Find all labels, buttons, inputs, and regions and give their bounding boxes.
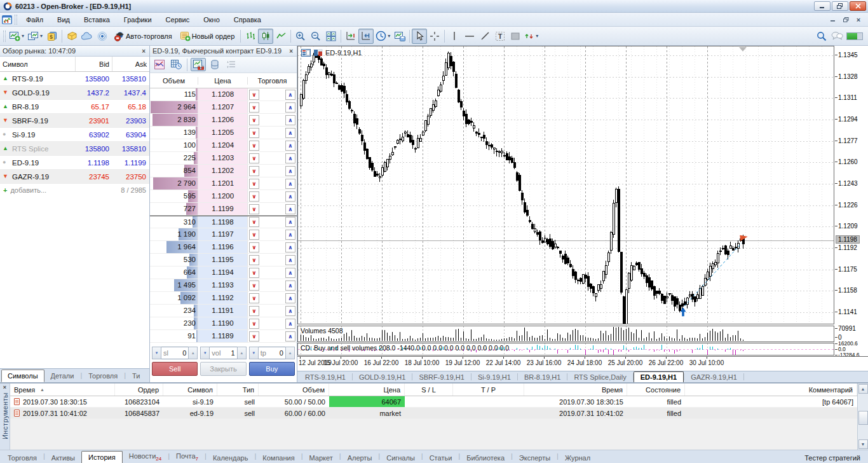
buy-at-price-button[interactable]: ∧: [285, 268, 295, 278]
dom-ask-row[interactable]: 1391.1205∨∧: [150, 127, 297, 139]
history-row[interactable]: 2019.07.30 18:30:15106823104si-9.19sell5…: [10, 396, 857, 408]
dom-ask-row[interactable]: 2 8391.1206∨∧: [150, 114, 297, 127]
cursor-tool-button[interactable]: [412, 29, 427, 44]
line-chart-type-button[interactable]: [273, 29, 288, 44]
dom-requests-icon[interactable]: [224, 58, 239, 71]
sell-at-price-button[interactable]: ∨: [249, 230, 259, 240]
tp-stepper[interactable]: ▾tp0▴: [249, 347, 295, 359]
toolbox-tab-почта[interactable]: Почта7: [170, 450, 205, 463]
history-row[interactable]: 2019.07.31 10:41:02106845837ed-9.19sell6…: [10, 408, 857, 419]
dom-ask-row[interactable]: 5951.1200∨∧: [150, 190, 297, 203]
shapes-tool-button[interactable]: [508, 29, 523, 44]
chart-tab[interactable]: GOLD-9.19,H1: [353, 371, 412, 382]
crosshair-tool-button[interactable]: [427, 29, 442, 44]
dom-bid-row[interactable]: 1 9641.1196∨∧: [150, 241, 297, 254]
scroll-up-icon[interactable]: ▲: [858, 384, 868, 394]
toolbox-tab-история[interactable]: История: [81, 451, 123, 463]
buy-at-price-button[interactable]: ∧: [285, 204, 295, 214]
chart-shift-button[interactable]: [358, 29, 374, 44]
sell-at-price-button[interactable]: ∨: [249, 166, 259, 176]
dom-bid-row[interactable]: 6641.1194∨∧: [150, 266, 297, 279]
cloud-button[interactable]: [79, 29, 95, 44]
depth-of-market-icon[interactable]: [313, 49, 323, 57]
volumes-pane[interactable]: Volumes 4508: [297, 326, 834, 342]
close-icon[interactable]: ×: [288, 48, 294, 55]
close-button[interactable]: [850, 1, 866, 11]
price-axis[interactable]: 1.13451.13281.13111.12941.12771.12601.12…: [835, 46, 868, 324]
chart-tab[interactable]: GAZR-9.19,H1: [684, 371, 743, 382]
toolbox-scrollbar[interactable]: ▲ ▼: [857, 384, 868, 450]
decrement-icon[interactable]: ▾: [152, 347, 161, 359]
market-watch-row[interactable]: ▼SBRF-9.192390123903: [0, 114, 149, 128]
decrement-icon[interactable]: ▾: [249, 347, 259, 359]
toolbox-tab-журнал[interactable]: Журнал: [559, 452, 597, 463]
toolbox-tab-статьи[interactable]: Статьи: [423, 452, 459, 463]
time-axis[interactable]: 12 Jul 201915 Jul 20:0016 Jul 22:0018 Ju…: [297, 356, 868, 370]
dom-ask-row[interactable]: 2 9641.1207∨∧: [150, 101, 297, 114]
sl-stepper[interactable]: ▾sl0▴: [152, 347, 198, 359]
zoom-in-button[interactable]: [293, 29, 308, 44]
sell-at-price-button[interactable]: ∨: [249, 141, 259, 151]
dom-bid-row[interactable]: 1 0921.1192∨∧: [150, 292, 297, 305]
market-watch-row[interactable]: ▲BR-8.1965.1765.18: [0, 100, 149, 114]
history-column-sl[interactable]: S / L: [405, 384, 453, 396]
toolbox-tab-календарь[interactable]: Календарь: [207, 452, 255, 463]
buy-at-price-button[interactable]: ∧: [285, 179, 295, 189]
history-column-ордер[interactable]: Ордер: [115, 384, 163, 396]
new-chart-button[interactable]: ▾: [8, 29, 26, 44]
candle-chart-type-button[interactable]: [258, 29, 273, 44]
tp-field[interactable]: tp0: [259, 347, 285, 359]
toolbox-tab-эксперты[interactable]: Эксперты: [513, 452, 557, 463]
dom-bid-row[interactable]: 3101.1198∨∧: [150, 216, 297, 228]
chat-button[interactable]: [829, 29, 845, 44]
buy-at-price-button[interactable]: ∧: [285, 331, 295, 342]
buy-at-price-button[interactable]: ∧: [285, 90, 295, 100]
column-header-trade[interactable]: Торговля: [248, 77, 297, 85]
trend-line-tool-button[interactable]: [477, 29, 492, 44]
buy-at-price-button[interactable]: ∧: [285, 319, 295, 329]
timeframe-button[interactable]: ▾: [374, 29, 392, 44]
templates-button[interactable]: [392, 29, 407, 44]
column-header-bid[interactable]: Bid: [76, 57, 112, 71]
chart-tab[interactable]: ED-9.19,H1: [634, 371, 684, 382]
close-position-button[interactable]: Закрыть: [200, 362, 246, 376]
toolbox-tab-торговля[interactable]: Торговля: [1, 452, 43, 463]
sell-at-price-button[interactable]: ∨: [249, 204, 259, 214]
history-column-символ[interactable]: Символ: [163, 384, 217, 396]
restore-button[interactable]: [832, 1, 848, 11]
dom-chart-mode-icon[interactable]: [152, 58, 167, 71]
chart-tab[interactable]: SBRF-9.19,H1: [412, 371, 471, 382]
buy-at-price-button[interactable]: ∧: [285, 166, 295, 176]
buy-at-price-button[interactable]: ∧: [285, 191, 295, 202]
bar-chart-type-button[interactable]: [243, 29, 258, 44]
sell-at-price-button[interactable]: ∨: [249, 306, 259, 316]
sell-at-price-button[interactable]: ∨: [249, 179, 259, 189]
toolbox-tab-компания[interactable]: Компания: [256, 452, 301, 463]
mdi-close-icon[interactable]: ×: [853, 15, 864, 24]
dom-ask-row[interactable]: 1151.1208∨∧: [150, 88, 297, 101]
menu-item-файл[interactable]: Файл: [19, 14, 50, 25]
autotrade-button[interactable]: Авто-торговля: [110, 29, 176, 44]
market-watch-row[interactable]: ▼GOLD-9.191437.21437.4: [0, 86, 149, 100]
vertical-line-tool-button[interactable]: [447, 29, 462, 44]
chart-tab[interactable]: Si-9.19,H1: [471, 371, 517, 382]
sell-at-price-button[interactable]: ∨: [249, 153, 259, 163]
dom-bid-row[interactable]: 911.1189∨∧: [150, 330, 297, 343]
buy-at-price-button[interactable]: ∧: [285, 293, 295, 303]
chart-tab[interactable]: BR-8.19,H1: [518, 371, 567, 382]
sell-at-price-button[interactable]: ∨: [249, 115, 259, 125]
mdi-minimize-icon[interactable]: [827, 15, 839, 24]
sell-at-price-button[interactable]: ∨: [249, 268, 259, 278]
vol-field[interactable]: vol1: [210, 347, 236, 359]
horizontal-line-tool-button[interactable]: [462, 29, 477, 44]
history-column-состояние[interactable]: Состояние: [627, 384, 685, 396]
chart-main-pane[interactable]: ED-9.19,H1: [297, 46, 834, 324]
buy-at-price-button[interactable]: ∧: [285, 217, 295, 227]
chart-area[interactable]: ED-9.19,H11.13451.13281.13111.12941.1277…: [297, 46, 868, 371]
profiles-button[interactable]: ▾: [26, 29, 44, 44]
arrows-tool-button[interactable]: ▾: [523, 29, 540, 44]
toolbox-tab-маркет[interactable]: Маркет: [303, 452, 339, 463]
history-column-время[interactable]: Время▲: [10, 384, 115, 396]
market-watch-row[interactable]: ▲RTS Splice135800135810: [0, 142, 149, 156]
strategy-tester-label[interactable]: Тестер стратегий: [798, 452, 867, 463]
